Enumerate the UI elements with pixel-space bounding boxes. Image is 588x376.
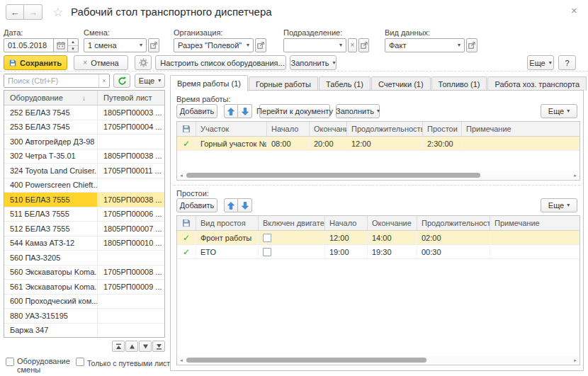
save-button[interactable]: Сохранить xyxy=(4,55,67,70)
favorite-star-icon[interactable]: ☆ xyxy=(52,5,63,20)
shift-open-button[interactable] xyxy=(148,38,159,52)
help-button[interactable]: ? xyxy=(558,55,576,70)
with-waybills-checkbox[interactable] xyxy=(76,358,84,366)
worktime-add-button[interactable]: Добавить xyxy=(176,104,217,118)
date-field-group: ▲ ▼ xyxy=(4,38,79,52)
equipment-row[interactable]: 511 БЕЛАЗ 75551705РП00006 ... xyxy=(4,207,164,222)
engine-on-checkbox[interactable] xyxy=(263,248,271,256)
column-header[interactable]: Начало xyxy=(325,216,368,230)
waybill-number: 1705РП00004 ... xyxy=(98,120,164,135)
go-up-button[interactable] xyxy=(125,341,138,352)
scroll-left-icon[interactable]: ◂ xyxy=(178,173,185,178)
spinner-up-icon[interactable]: ▲ xyxy=(68,39,78,46)
column-header[interactable]: Включен двигатель xyxy=(259,216,325,230)
scroll-thumb[interactable] xyxy=(186,358,426,363)
equipment-more-button[interactable]: Еще ▾ xyxy=(135,74,165,88)
scroll-left-icon[interactable]: ◂ xyxy=(178,358,185,363)
downtime-row[interactable]: ✓ЕТО19:0019:3000:30 xyxy=(177,245,579,259)
equipment-row[interactable]: 400 Powerscreen Chieft... xyxy=(4,178,164,193)
dispatcher-desktop-window: ← → ☆ Рабочий стол транспортного диспетч… xyxy=(0,0,588,376)
column-header[interactable]: Простои xyxy=(423,122,462,136)
equipment-row[interactable]: 600 Проходческий ком... xyxy=(4,295,164,309)
column-header-waybill[interactable]: Путевой лист xyxy=(98,91,164,105)
equipment-row[interactable]: 880 УАЗ-315195 xyxy=(4,309,164,324)
more-button[interactable]: Еще ▾ xyxy=(527,55,554,70)
go-down-button[interactable] xyxy=(139,341,152,352)
downtime-add-button[interactable]: Добавить xyxy=(176,198,217,212)
fill-label: Заполнить xyxy=(290,59,329,67)
equipment-row[interactable]: 544 Камаз АТЗ-121805РП00010 ... xyxy=(4,237,164,251)
equipment-row[interactable]: 300 Автогрейдер ДЗ-98 xyxy=(4,135,164,149)
search-clear-icon[interactable]: × xyxy=(98,74,109,87)
organization-open-button[interactable] xyxy=(255,38,266,52)
equipment-row[interactable]: 253 БЕЛАЗ 75451705РП00004 ... xyxy=(4,120,164,135)
department-open-button[interactable] xyxy=(358,38,369,52)
department-combo[interactable]: ▾ xyxy=(283,38,346,52)
calendar-button[interactable] xyxy=(54,38,68,52)
spinner-down-icon[interactable]: ▼ xyxy=(68,46,78,52)
equipment-row[interactable]: 560 ПАЗ-3205 xyxy=(4,251,164,266)
close-icon[interactable]: × xyxy=(571,4,577,16)
tab-6[interactable]: Работа хоз. транспорта xyxy=(487,76,587,91)
duration-cell: 00:30 xyxy=(417,245,490,258)
column-header[interactable]: Окончание xyxy=(310,122,347,136)
column-header[interactable]: Вид простоя xyxy=(196,216,259,230)
scroll-track[interactable] xyxy=(185,172,572,178)
forward-button[interactable]: → xyxy=(24,4,43,20)
worktime-move-up-button[interactable] xyxy=(224,104,238,118)
shift-combo[interactable]: 1 смена ▾ xyxy=(84,38,147,52)
refresh-button[interactable] xyxy=(113,74,130,88)
organization-label: Организация: xyxy=(174,28,222,37)
settings-button[interactable] xyxy=(135,55,152,70)
column-header[interactable]: Участок xyxy=(196,122,267,136)
duration-cell: 12:00 xyxy=(347,137,423,150)
column-header[interactable]: Начало xyxy=(267,122,310,136)
downtime-move-down-button[interactable] xyxy=(238,198,252,212)
column-header[interactable]: Продолжительность xyxy=(417,216,490,230)
search-input[interactable] xyxy=(4,74,98,87)
equipment-row[interactable]: 510 БЕЛАЗ 75551705РП00038 ... xyxy=(4,193,164,207)
equipment-row[interactable]: 512 БЕЛАЗ 75551805РП00007 ... xyxy=(4,222,164,237)
equipment-row[interactable]: 252 БЕЛАЗ 75451805РП00003 ... xyxy=(4,106,164,120)
column-header[interactable]: Продолжительность xyxy=(347,122,423,136)
go-last-button[interactable] xyxy=(152,341,165,352)
column-header[interactable]: Примечание xyxy=(462,122,579,136)
downtime-row[interactable]: ✓Фронт работы12:0014:0002:00 xyxy=(177,231,579,245)
column-header[interactable]: Окончание xyxy=(368,216,417,230)
goto-document-button[interactable]: Перейти к документу xyxy=(259,104,330,118)
tab-3[interactable]: Табель (1) xyxy=(319,76,371,91)
organization-combo[interactable]: Разрез "Полевой" ▾ xyxy=(174,38,254,52)
scroll-right-icon[interactable]: ▸ xyxy=(572,173,579,178)
configure-equipment-button[interactable]: Настроить список оборудования... xyxy=(155,55,286,70)
worktime-more-button[interactable]: Еще ▾ xyxy=(541,104,577,118)
tab-4[interactable]: Счетчики (1) xyxy=(371,76,431,91)
cancel-button[interactable]: × Отмена xyxy=(74,55,128,70)
back-button[interactable]: ← xyxy=(6,4,24,20)
shift-equipment-checkbox[interactable] xyxy=(6,358,14,366)
scroll-thumb[interactable] xyxy=(186,173,480,178)
worktime-row[interactable]: ✓Горный участок №108:0020:0012:002:30:00 xyxy=(177,137,579,151)
data-kind-open-button[interactable] xyxy=(466,38,477,52)
equipment-row[interactable]: 561 Экскаваторы Koma...1705РП00009 ... xyxy=(4,280,164,295)
tab-2[interactable]: Горные работы xyxy=(249,76,318,91)
date-input[interactable] xyxy=(4,38,54,52)
equipment-row[interactable]: 324 Toyota Land Cruiser...1705РП00011 ..… xyxy=(4,164,164,178)
scroll-right-icon[interactable]: ▸ xyxy=(572,358,579,363)
tab-5[interactable]: Топливо (1) xyxy=(431,76,487,91)
data-kind-combo[interactable]: Факт ▾ xyxy=(385,38,465,52)
column-header-equipment[interactable]: Оборудование ↓ xyxy=(4,91,98,105)
scroll-track[interactable] xyxy=(185,357,572,363)
worktime-fill-button[interactable]: Заполнить ▾ xyxy=(336,104,380,118)
department-clear-button[interactable]: × xyxy=(348,38,357,52)
tab-1[interactable]: Время работы (1) xyxy=(170,75,248,91)
fill-button[interactable]: Заполнить ▾ xyxy=(290,55,337,70)
equipment-row[interactable]: 302 Четра Т-35.011805РП00038 ... xyxy=(4,149,164,164)
worktime-move-down-button[interactable] xyxy=(238,104,252,118)
downtime-move-up-button[interactable] xyxy=(224,198,238,212)
go-first-button[interactable] xyxy=(112,341,125,352)
column-header[interactable]: Примечание xyxy=(490,216,579,230)
equipment-row[interactable]: 560 Экскаваторы Koma...1705РП00008 ... xyxy=(4,266,164,280)
equipment-row[interactable]: Баржа 347 xyxy=(4,324,164,338)
downtime-more-button[interactable]: Еще ▾ xyxy=(541,198,577,212)
engine-on-checkbox[interactable] xyxy=(263,234,271,242)
